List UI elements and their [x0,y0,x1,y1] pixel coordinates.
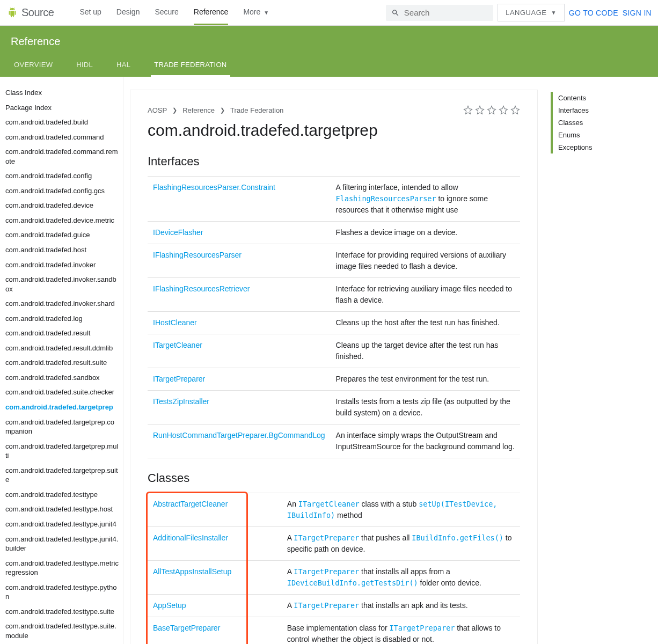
sidebar-item[interactable]: com.android.tradefed.result.suite [5,355,119,370]
toc-item[interactable]: Exceptions [551,141,631,153]
table-row: AppSetupA ITargetPreparer that installs … [148,595,520,617]
toc-item[interactable]: Classes [551,116,631,129]
toc-item[interactable]: Interfaces [551,104,631,116]
sub-tabs: OVERVIEW HIDL HAL TRADE FEDERATION [11,54,647,77]
star-icon[interactable] [475,105,485,115]
sidebar-item[interactable]: com.android.tradefed.testtype.host [5,502,119,517]
language-button[interactable]: LANGUAGE▼ [498,4,565,21]
brand-logo[interactable]: Source [6,6,54,19]
content: AOSP ❯ Reference ❯ Trade Federation com.… [130,90,538,644]
sidebar-item[interactable]: com.android.tradefed.targetprep.suite [5,463,119,487]
sidebar-item[interactable]: com.android.tradefed.device [5,198,119,213]
breadcrumb: AOSP ❯ Reference ❯ Trade Federation [148,106,283,114]
sidebar-item[interactable]: com.android.tradefed.build [5,115,119,130]
rating-stars[interactable] [463,105,520,115]
search-box[interactable] [386,5,493,21]
sidebar-item[interactable]: com.android.tradefed.testtype.suite.modu… [5,619,119,643]
code-ref[interactable]: ITargetPreparer [294,567,359,576]
sidebar-item[interactable]: com.android.tradefed.command [5,130,119,145]
table-row: IFlashingResourcesParserInterface for pr… [148,244,520,278]
sidebar-item[interactable]: com.android.tradefed.result.ddmlib [5,341,119,356]
sidebar-item[interactable]: com.android.tradefed.sandbox [5,370,119,385]
class-desc: A ITargetPreparer that installs an apk a… [282,595,520,617]
sidebar-item[interactable]: com.android.tradefed.testtype.suite [5,604,119,619]
tab-reference[interactable]: Reference [194,0,229,25]
sidebar-item[interactable]: Class Index [5,85,119,100]
toc-item[interactable]: Enums [551,129,631,141]
sidebar-item[interactable]: com.android.tradefed.command.remote [5,144,119,169]
code-ref[interactable]: IBuildInfo.getFiles() [412,533,503,542]
sidebar-item[interactable]: com.android.tradefed.invoker.shard [5,296,119,311]
classes-table: AbstractTargetCleanerAn ITargetCleaner c… [148,493,520,644]
subtab-hal[interactable]: HAL [113,54,134,77]
sidebar-item[interactable]: com.android.tradefed.result [5,326,119,341]
sidebar-item[interactable]: com.android.tradefed.testtype.metricregr… [5,556,119,580]
subtab-trade-federation[interactable]: TRADE FEDERATION [151,54,230,77]
star-icon[interactable] [463,105,473,115]
sidebar-item[interactable]: com.android.tradefed.invoker.sandbox [5,272,119,296]
interface-link[interactable]: ITargetCleaner [153,341,202,349]
go-to-code-link[interactable]: GO TO CODE [569,9,618,17]
section-title: Reference [11,35,647,48]
interface-desc: Prepares the test environment for the te… [331,368,520,391]
interface-link[interactable]: IHostCleaner [153,318,197,327]
sidebar-item[interactable]: com.android.tradefed.suite.checker [5,385,119,400]
sidebar-item[interactable]: com.android.tradefed.testtype.python [5,580,119,604]
crumb[interactable]: AOSP [148,106,167,114]
interface-link[interactable]: IFlashingResourcesParser [153,251,242,259]
class-link[interactable]: AbstractTargetCleaner [153,500,228,508]
search-icon [391,8,400,18]
code-ref[interactable]: ITargetPreparer [294,601,359,610]
code-ref[interactable]: FlashingResourcesParser [336,194,436,203]
interface-desc: Installs tests from a tests zip file (as… [331,391,520,425]
sidebar-item[interactable]: com.android.tradefed.device.metric [5,213,119,228]
interface-link[interactable]: ITestsZipInstaller [153,397,209,406]
class-link[interactable]: BaseTargetPreparer [153,624,220,632]
subtab-overview[interactable]: OVERVIEW [11,54,56,77]
subtab-hidl[interactable]: HIDL [73,54,96,77]
sidebar-item[interactable]: com.android.tradefed.targetprep.multi [5,439,119,463]
interface-link[interactable]: IFlashingResourcesRetriever [153,284,250,293]
sidebar-item[interactable]: Package Index [5,100,119,115]
star-icon[interactable] [487,105,496,115]
interface-link[interactable]: FlashingResourcesParser.Constraint [153,183,275,192]
class-link[interactable]: AppSetup [153,601,186,610]
crumb[interactable]: Trade Federation [230,106,283,114]
chevron-down-icon: ▼ [551,10,556,16]
interface-link[interactable]: ITargetPreparer [153,375,205,383]
search-input[interactable] [404,8,488,17]
tab-setup[interactable]: Set up [79,0,101,25]
crumb[interactable]: Reference [182,106,215,114]
table-row: AbstractTargetCleanerAn ITargetCleaner c… [148,493,520,527]
sidebar-item[interactable]: com.android.tradefed.guice [5,228,119,243]
class-link[interactable]: AdditionalFilesInstaller [153,533,228,542]
sidebar-item[interactable]: com.android.tradefed.targetprep [5,400,119,415]
star-icon[interactable] [510,105,520,115]
sidebar-item[interactable]: com.android.tradefed.testtype.junit4.bui… [5,532,119,556]
sidebar-item[interactable]: com.android.tradefed.log [5,311,119,326]
tab-more[interactable]: More ▼ [243,0,269,25]
code-ref[interactable]: ITargetPreparer [389,624,455,632]
interfaces-table: FlashingResourcesParser.ConstraintA filt… [148,176,520,458]
table-row: ITargetCleanerCleans up the target devic… [148,334,520,368]
code-ref[interactable]: ITargetPreparer [294,533,359,542]
code-ref[interactable]: IDeviceBuildInfo.getTestsDir() [287,579,418,587]
sidebar-item[interactable]: com.android.tradefed.config [5,169,119,184]
class-desc: A ITargetPreparer that installs all apps… [282,561,520,595]
sidebar-item[interactable]: com.android.tradefed.testtype [5,487,119,502]
sidebar-item[interactable]: com.android.tradefed.host [5,243,119,258]
tab-design[interactable]: Design [116,0,140,25]
sign-in-link[interactable]: SIGN IN [623,9,652,17]
interface-link[interactable]: RunHostCommandTargetPreparer.BgCommandLo… [153,431,325,440]
tab-secure[interactable]: Secure [155,0,178,25]
sidebar-item[interactable]: com.android.tradefed.targetprep.companio… [5,415,119,439]
brand-text: Source [21,6,54,19]
sidebar-item[interactable]: com.android.tradefed.testtype.junit4 [5,517,119,532]
interface-link[interactable]: IDeviceFlasher [153,228,203,237]
sidebar-item[interactable]: com.android.tradefed.config.gcs [5,184,119,199]
sidebar-item[interactable]: com.android.tradefed.invoker [5,258,119,273]
interface-desc: Cleans up the host after the test run ha… [331,312,520,334]
code-ref[interactable]: ITargetCleaner [298,500,360,508]
star-icon[interactable] [499,105,508,115]
class-link[interactable]: AllTestAppsInstallSetup [153,567,231,576]
